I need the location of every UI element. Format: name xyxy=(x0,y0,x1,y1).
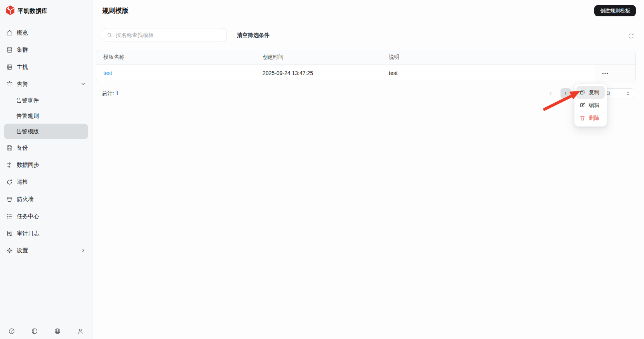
sidebar-footer xyxy=(0,323,92,339)
audit-doc-icon xyxy=(6,230,13,237)
refresh-icon xyxy=(628,33,634,39)
sidebar-item-label: 巡检 xyxy=(17,178,28,186)
gear-icon xyxy=(6,247,13,254)
sidebar-item-task-center[interactable]: 任务中心 xyxy=(4,208,88,225)
sidebar-item-hosts[interactable]: 主机 xyxy=(4,58,88,75)
sidebar-item-label: 告警 xyxy=(17,80,28,88)
total-count-label: 总计: 1 xyxy=(102,90,119,97)
chevron-right-icon xyxy=(80,248,86,253)
brand-name: 平凯数据库 xyxy=(17,7,48,15)
menu-item-edit[interactable]: 编辑 xyxy=(576,99,605,112)
globe-icon[interactable] xyxy=(53,327,62,336)
trash-icon xyxy=(580,115,585,121)
sidebar-nav: 概览 集群 主机 告警 告警事件 告警规则 告警模版 xyxy=(4,24,88,259)
sidebar-item-data-sync[interactable]: 数据同步 xyxy=(4,156,88,173)
column-header-actions xyxy=(595,50,635,64)
sidebar-item-label: 审计日志 xyxy=(17,230,39,237)
sidebar-item-label: 告警事件 xyxy=(16,97,39,104)
floppy-icon xyxy=(6,145,13,151)
brand-logo: 平凯数据库 xyxy=(6,5,48,17)
alarm-icon xyxy=(6,81,13,87)
search-input[interactable] xyxy=(116,32,221,38)
sidebar-item-label: 防火墙 xyxy=(17,196,34,203)
created-at-value: 2025-09-24 13:47:25 xyxy=(263,70,313,76)
sync-arrows-icon xyxy=(6,162,13,168)
edit-icon xyxy=(580,102,585,108)
copy-icon xyxy=(580,89,585,95)
column-header-name: 模板名称 xyxy=(96,54,256,61)
theme-icon[interactable] xyxy=(30,327,39,336)
app-root: 平凯数据库 概览 集群 主机 告警 告警事件 xyxy=(0,0,644,339)
table-header-row: 模板名称 创建时间 说明 xyxy=(96,50,635,65)
user-icon[interactable] xyxy=(76,327,85,336)
chevron-left-icon xyxy=(548,91,553,96)
sidebar-item-alert-templates[interactable]: 告警模版 xyxy=(4,124,88,139)
menu-item-label: 删除 xyxy=(589,115,599,122)
menu-item-delete[interactable]: 删除 xyxy=(576,112,605,124)
row-actions-menu: 复制 编辑 删除 xyxy=(574,84,607,127)
sidebar-item-label: 数据同步 xyxy=(17,161,39,169)
sidebar-item-label: 告警模版 xyxy=(16,128,39,135)
sidebar-item-label: 集群 xyxy=(17,46,28,54)
server-icon xyxy=(6,64,13,70)
sidebar-item-alert-rules[interactable]: 告警规则 xyxy=(4,108,88,124)
sidebar-item-firewall[interactable]: 防火墙 xyxy=(4,190,88,208)
sidebar-item-alerts[interactable]: 告警 xyxy=(4,75,88,93)
database-icon xyxy=(6,47,13,53)
menu-item-label: 复制 xyxy=(589,89,599,96)
help-icon[interactable] xyxy=(7,327,16,336)
clear-filters-button[interactable]: 清空筛选条件 xyxy=(237,32,270,39)
template-name-link[interactable]: test xyxy=(103,70,112,76)
templates-table: 模板名称 创建时间 说明 test 2025-09-24 13:47:25 te… xyxy=(96,50,636,82)
firewall-icon xyxy=(6,196,13,203)
ellipsis-icon xyxy=(602,72,608,74)
previous-page-button[interactable] xyxy=(546,89,555,98)
table-row: test 2025-09-24 13:47:25 test xyxy=(96,65,635,82)
description-value: test xyxy=(389,70,398,76)
refresh-button[interactable] xyxy=(626,31,635,40)
row-more-actions-button[interactable] xyxy=(601,71,609,76)
cycle-icon xyxy=(6,179,13,185)
menu-item-label: 编辑 xyxy=(589,102,599,109)
sidebar-item-backup[interactable]: 备份 xyxy=(4,139,88,156)
sidebar-item-label: 设置 xyxy=(17,247,28,254)
column-header-created: 创建时间 xyxy=(256,54,383,61)
sidebar-item-label: 任务中心 xyxy=(17,213,39,220)
sidebar-item-clusters[interactable]: 集群 xyxy=(4,41,88,58)
sidebar-item-label: 备份 xyxy=(17,144,28,152)
page-number-button[interactable]: 1 xyxy=(560,88,571,99)
menu-item-copy[interactable]: 复制 xyxy=(576,86,605,99)
sidebar-item-label: 告警规则 xyxy=(16,112,39,120)
create-rule-template-button[interactable]: 创建规则模板 xyxy=(594,5,636,16)
sidebar-item-audit-logs[interactable]: 审计日志 xyxy=(4,225,88,242)
sidebar-item-settings[interactable]: 设置 xyxy=(4,242,88,259)
sidebar-item-overview[interactable]: 概览 xyxy=(4,24,88,41)
sidebar: 平凯数据库 概览 集群 主机 告警 告警事件 xyxy=(0,0,92,339)
search-icon xyxy=(107,32,112,38)
sidebar-item-label: 主机 xyxy=(17,63,28,71)
sidebar-item-alert-events[interactable]: 告警事件 xyxy=(4,93,88,108)
page-title: 规则模版 xyxy=(102,6,129,15)
sidebar-item-label: 概览 xyxy=(17,29,28,37)
search-box xyxy=(102,28,226,42)
task-list-icon xyxy=(6,213,13,220)
brand-logo-icon xyxy=(6,5,15,17)
stepper-icon xyxy=(626,91,630,96)
column-header-description: 说明 xyxy=(383,54,595,61)
chevron-down-icon xyxy=(80,81,86,87)
home-icon xyxy=(6,30,13,36)
sidebar-item-inspection[interactable]: 巡检 xyxy=(4,173,88,190)
